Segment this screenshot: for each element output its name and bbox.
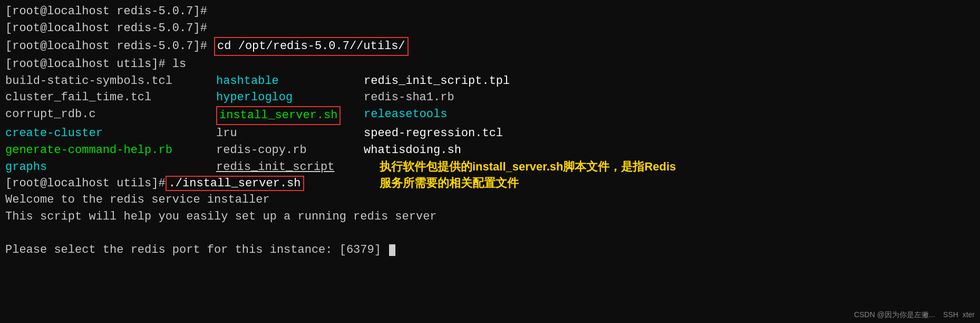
ls-file-5-1: generate-command-help.rb xyxy=(5,142,216,159)
install-cmd-highlight: ./install_server.sh xyxy=(166,176,304,191)
ls-file-3-2: install_server.sh xyxy=(216,106,364,125)
ls-row-2: cluster_fail_time.tcl hyperloglog redis-… xyxy=(5,89,975,106)
ls-row-3: corrupt_rdb.c install_server.sh releaset… xyxy=(5,106,975,125)
terminal-line-2: [root@localhost redis-5.0.7]# xyxy=(5,20,975,37)
script-help-line: This script will help you easily set up … xyxy=(5,208,975,225)
ls-file-4-1: create-cluster xyxy=(5,125,216,142)
ls-row-6-left: graphs redis_init_script [root@localhost… xyxy=(5,159,364,191)
cd-command: cd /opt/redis-5.0.7//utils/ xyxy=(214,37,408,56)
ls-file-4-2: lru xyxy=(216,125,364,142)
ls-file-1-3: redis_init_script.tpl xyxy=(364,73,975,90)
ls-file-3-1: corrupt_rdb.c xyxy=(5,106,216,125)
terminal-line-3: [root@localhost redis-5.0.7]# cd /opt/re… xyxy=(5,37,975,56)
ls-row-6-and-install: graphs redis_init_script [root@localhost… xyxy=(5,159,975,192)
prompt-4: [root@localhost utils]# ls xyxy=(5,56,186,73)
terminal-line-1: [root@localhost redis-5.0.7]# xyxy=(5,3,975,20)
ls-file-4-3: speed-regression.tcl xyxy=(364,125,975,142)
ls-file-1-2: hashtable xyxy=(216,73,364,90)
annotation-text: 执行软件包提供的install_server.sh脚本文件，是指Redis服务所… xyxy=(380,159,685,192)
watermark: CSDN @因为你是左撇... SSH xter xyxy=(854,310,975,320)
terminal: [root@localhost redis-5.0.7]# [root@loca… xyxy=(0,0,980,323)
cursor xyxy=(389,244,395,256)
ls-file-5-2: redis-copy.rb xyxy=(216,142,364,159)
ls-file-6-2: redis_init_script xyxy=(216,159,364,176)
ls-file-2-1: cluster_fail_time.tcl xyxy=(5,89,216,106)
ls-row-5: generate-command-help.rb redis-copy.rb w… xyxy=(5,142,975,159)
install-cmd-line: [root@localhost utils]# ./install_server… xyxy=(5,176,364,191)
ls-file-3-3: releasetools xyxy=(364,106,975,125)
script-help-text: This script will help you easily set up … xyxy=(5,208,437,225)
ls-row-6: graphs redis_init_script xyxy=(5,159,364,176)
prompt-2: [root@localhost redis-5.0.7]# xyxy=(5,20,207,37)
port-prompt-line: Please select the redis port for this in… xyxy=(5,242,975,259)
ls-file-5-3: whatisdoing.sh xyxy=(364,142,975,159)
ls-row-1: build-static-symbols.tcl hashtable redis… xyxy=(5,73,975,90)
ls-file-2-3: redis-sha1.rb xyxy=(364,89,975,106)
install-server-highlight: install_server.sh xyxy=(216,106,341,125)
blank-line xyxy=(5,225,975,242)
ls-row-4: create-cluster lru speed-regression.tcl xyxy=(5,125,975,142)
ls-file-1-1: build-static-symbols.tcl xyxy=(5,73,216,90)
prompt-install: [root@localhost utils]# xyxy=(5,177,166,190)
welcome-text: Welcome to the redis service installer xyxy=(5,192,270,208)
ls-file-2-2: hyperloglog xyxy=(216,89,364,106)
welcome-line: Welcome to the redis service installer xyxy=(5,192,975,208)
ls-file-6-1: graphs xyxy=(5,159,216,176)
terminal-line-4: [root@localhost utils]# ls xyxy=(5,56,975,73)
prompt-1: [root@localhost redis-5.0.7]# xyxy=(5,3,207,20)
prompt-3: [root@localhost redis-5.0.7]# xyxy=(5,38,214,55)
port-prompt-text: Please select the redis port for this in… xyxy=(5,242,388,259)
